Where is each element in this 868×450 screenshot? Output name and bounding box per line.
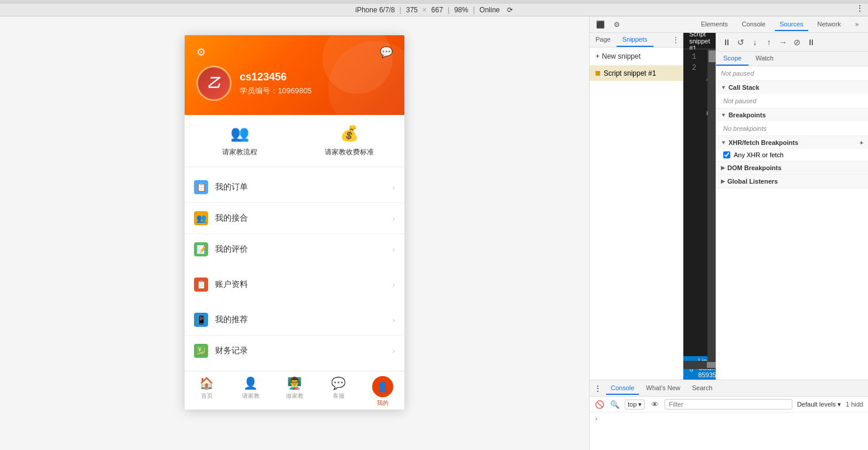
nav-item-service[interactable]: 💬 客服 bbox=[316, 376, 360, 407]
xhr-breakpoints-label: XHR/fetch Breakpoints bbox=[729, 139, 798, 146]
reviews-label: 我的评价 bbox=[215, 244, 392, 255]
quick-action-tutoring-flow[interactable]: 👥 请家教流程 bbox=[185, 124, 295, 157]
debug-tabs: Scope Watch bbox=[716, 52, 868, 66]
console-eye-icon[interactable]: 👁 bbox=[649, 399, 660, 410]
profile-icon: 📋 bbox=[194, 278, 208, 292]
console-panel: ⋮ Console What's New Search 🚫 🔍 top ▾ 👁 … bbox=[590, 380, 868, 450]
tab-sources[interactable]: Sources bbox=[775, 18, 808, 31]
zoom-level[interactable]: 98% bbox=[454, 6, 468, 14]
pause-on-exceptions-button[interactable]: ⏸ bbox=[805, 36, 817, 48]
step-out-button[interactable]: ↑ bbox=[763, 36, 775, 48]
xhr-add-button[interactable]: + bbox=[860, 139, 863, 146]
horizontal-scrollbar[interactable] bbox=[683, 361, 707, 369]
menu-item-matches[interactable]: 👥 我的接合 › bbox=[185, 203, 404, 234]
console-context-value: top bbox=[628, 401, 636, 408]
finance-label: 财务记录 bbox=[215, 346, 392, 356]
call-stack-label: Call Stack bbox=[729, 84, 760, 91]
editor-tabs: Script snippet #1 jquery.min.js × » bbox=[683, 33, 716, 49]
console-tab-search[interactable]: Search bbox=[687, 382, 717, 395]
console-clear-icon[interactable]: 🚫 bbox=[594, 399, 605, 410]
sources-tab-page[interactable]: Page bbox=[590, 33, 617, 47]
sources-layout: Page Snippets ⋮ + New snippet Script sni… bbox=[590, 33, 868, 380]
nav-item-home[interactable]: 🏠 首页 bbox=[185, 376, 229, 407]
quick-action-pricing[interactable]: 💰 请家教收费标准 bbox=[295, 124, 405, 157]
console-log-area[interactable]: › bbox=[590, 412, 868, 450]
tab-network[interactable]: Network bbox=[813, 18, 846, 31]
tab-elements[interactable]: Elements bbox=[696, 18, 733, 31]
menu-item-finance[interactable]: 💹 财务记录 › bbox=[185, 336, 404, 366]
devtools-topbar: ⬛ ⚙ Elements Console Sources Network » bbox=[590, 16, 868, 33]
menu-item-referral[interactable]: 📱 我的推荐 › bbox=[185, 304, 404, 336]
profile-student-id: 学员编号：10969805 bbox=[240, 86, 312, 96]
menu-section-1: 📋 我的订单 › 👥 我的接合 › 📝 我的评价 › bbox=[185, 172, 404, 265]
debugger-panel: ⏸ ↺ ↓ ↑ → ⊘ ⏸ Scope Watch Not paused bbox=[716, 33, 868, 380]
console-more-icon[interactable]: ⋮ bbox=[594, 384, 601, 393]
more-options-icon[interactable]: ⋮ bbox=[856, 4, 863, 12]
main-content: ⚙ 💬 乙 cs123456 学员编号：10969805 bbox=[0, 16, 868, 450]
home-icon: 🏠 bbox=[199, 376, 214, 390]
pause-resume-button[interactable]: ⏸ bbox=[721, 36, 733, 48]
sources-tab-bar: Page Snippets ⋮ bbox=[590, 33, 683, 48]
nav-item-mine[interactable]: 👤 我的 bbox=[360, 376, 404, 407]
step-over-button[interactable]: ↺ bbox=[735, 36, 747, 48]
snippet-item-1[interactable]: Script snippet #1 bbox=[590, 66, 683, 81]
editor-tab-snippet[interactable]: Script snippet #1 bbox=[683, 33, 716, 49]
default-levels-dropdown[interactable]: Default levels ▾ bbox=[797, 401, 841, 408]
debug-content-area: ▼ Call Stack Not paused ▼ Breakpoints No… bbox=[716, 81, 868, 380]
referral-icon: 📱 bbox=[194, 313, 208, 327]
profile-info: cs123456 学员编号：10969805 bbox=[240, 71, 312, 96]
separator1: | bbox=[400, 6, 401, 14]
console-context-dropdown[interactable]: top ▾ bbox=[625, 400, 645, 410]
vertical-scrollbar[interactable] bbox=[707, 49, 716, 369]
breakpoints-triangle-icon: ▼ bbox=[721, 112, 726, 118]
call-stack-body: Not paused bbox=[716, 94, 868, 108]
step-into-button[interactable]: ↓ bbox=[749, 36, 761, 48]
sources-tab-snippets[interactable]: Snippets bbox=[617, 33, 653, 47]
referral-chevron-icon: › bbox=[392, 315, 395, 324]
nav-item-hire[interactable]: 👤 请家教 bbox=[229, 376, 273, 407]
profile-chevron-icon: › bbox=[392, 280, 395, 289]
call-stack-triangle-icon: ▼ bbox=[721, 84, 726, 90]
console-tab-console[interactable]: Console bbox=[606, 382, 639, 395]
orders-chevron-icon: › bbox=[392, 182, 395, 192]
sources-tab-more-icon[interactable]: ⋮ bbox=[669, 33, 683, 47]
debug-tab-scope[interactable]: Scope bbox=[716, 52, 748, 66]
viewport-width: 375 bbox=[406, 6, 418, 14]
step-button[interactable]: → bbox=[777, 36, 789, 48]
global-listeners-header[interactable]: ▶ Global Listeners bbox=[716, 175, 868, 188]
scroll-thumb[interactable] bbox=[709, 50, 716, 62]
devtools-toggle-icon[interactable]: ⬛ bbox=[594, 19, 606, 31]
new-snippet-button[interactable]: + New snippet bbox=[590, 48, 683, 66]
menu-item-reviews[interactable]: 📝 我的评价 › bbox=[185, 234, 404, 265]
settings-icon[interactable]: ⚙ bbox=[196, 46, 206, 59]
line-num-2: 2 bbox=[688, 63, 696, 74]
console-filter-icon[interactable]: 🔍 bbox=[610, 399, 620, 410]
device-info: iPhone 6/7/8 | 375 × 667 | 98% | Online … bbox=[355, 6, 513, 14]
debug-tab-watch[interactable]: Watch bbox=[748, 52, 781, 66]
breakpoints-header[interactable]: ▼ Breakpoints bbox=[716, 109, 868, 121]
xhr-breakpoints-header[interactable]: ▼ XHR/fetch Breakpoints + bbox=[716, 136, 868, 149]
menu-item-orders[interactable]: 📋 我的订单 › bbox=[185, 172, 404, 203]
console-tab-whatsnew[interactable]: What's New bbox=[641, 382, 685, 395]
chat-icon[interactable]: 💬 bbox=[380, 46, 393, 59]
x-separator: × bbox=[423, 6, 427, 14]
console-toolbar: 🚫 🔍 top ▾ 👁 Default levels ▾ 1 hidd bbox=[590, 397, 868, 412]
dom-breakpoints-header[interactable]: ▶ DOM Breakpoints bbox=[716, 161, 868, 174]
tab-console[interactable]: Console bbox=[737, 18, 770, 31]
menu-item-profile[interactable]: 📋 账户资料 › bbox=[185, 269, 404, 300]
call-stack-header[interactable]: ▼ Call Stack bbox=[716, 81, 868, 94]
xhr-any-checkbox[interactable] bbox=[723, 151, 730, 158]
tab-more[interactable]: » bbox=[850, 18, 863, 31]
deactivate-breakpoints-button[interactable]: ⊘ bbox=[791, 36, 803, 48]
network-status[interactable]: Online bbox=[479, 6, 500, 14]
hscroll-thumb[interactable] bbox=[707, 362, 716, 368]
orientation-icon[interactable]: ⟳ bbox=[507, 6, 513, 14]
nav-item-teach[interactable]: 👨‍🏫 做家教 bbox=[273, 376, 316, 407]
separator2: | bbox=[448, 6, 450, 14]
console-prompt-icon[interactable]: › bbox=[594, 415, 598, 422]
service-icon: 💬 bbox=[331, 376, 346, 390]
devtools-settings-icon[interactable]: ⚙ bbox=[611, 19, 622, 31]
device-name[interactable]: iPhone 6/7/8 bbox=[355, 6, 394, 14]
console-filter-input[interactable] bbox=[665, 399, 792, 410]
breakpoints-label: Breakpoints bbox=[729, 111, 766, 119]
